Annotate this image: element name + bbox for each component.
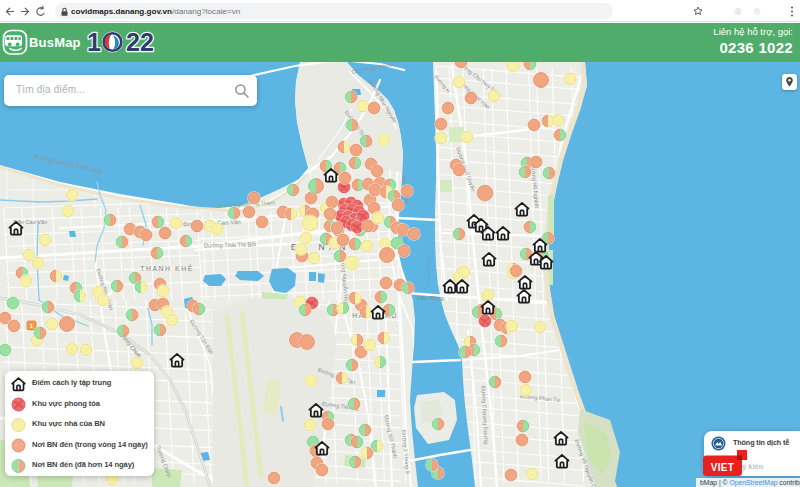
svg-text:VIET: VIET [711,462,734,473]
svg-text:1: 1 [87,28,101,56]
svg-text:Sông Hàn: Sông Hàn [426,255,432,286]
svg-text:Cầu Rồng: Cầu Rồng [416,295,443,301]
svg-text:22: 22 [126,28,154,56]
svg-text:THANH KHÊ: THANH KHÊ [140,264,194,272]
svg-text:Đường Thái Thị Bôi: Đường Thái Thị Bôi [204,242,257,249]
